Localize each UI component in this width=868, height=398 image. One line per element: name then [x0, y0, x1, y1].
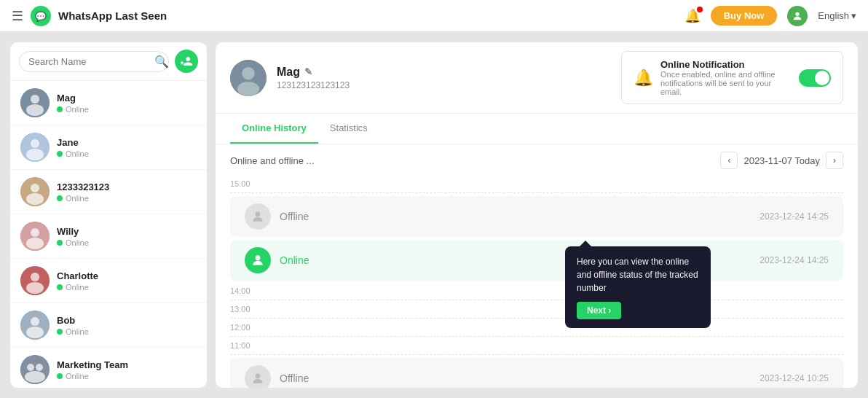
status-entry-offline-1: Offline 2023-12-24 14:25	[230, 196, 843, 237]
time-label-1200: 12:00	[223, 320, 851, 335]
contact-status-willy: Online	[57, 238, 197, 247]
time-label-1500: 15:00	[223, 176, 851, 191]
panel-user-name: Mag ✎	[277, 66, 611, 79]
contact-avatar-num	[20, 177, 50, 206]
contact-item-num[interactable]: 1233323123 Online	[10, 170, 207, 214]
svg-point-17	[26, 282, 44, 294]
contact-status-jane: Online	[57, 149, 197, 158]
notification-text: Online Notification Once enabled, online…	[660, 59, 792, 96]
svg-point-20	[26, 327, 44, 338]
tabs: Online History Statistics	[216, 114, 858, 144]
contact-avatar-mag	[20, 88, 50, 117]
status-dot-marketing	[57, 373, 63, 379]
user-avatar[interactable]	[787, 6, 808, 26]
tooltip-overlay: Here you can view the online and offline…	[565, 246, 711, 328]
status-time-offline-2: 2023-12-24 10:25	[760, 373, 829, 383]
status-dot-mag	[57, 106, 63, 112]
contact-status-num: Online	[57, 194, 197, 203]
bell-badge	[697, 7, 703, 12]
sidebar-search-bar: 🔍	[10, 42, 207, 81]
svg-point-4	[31, 95, 39, 104]
svg-point-14	[26, 238, 44, 249]
contact-name-charlotte: Charlotte	[57, 270, 197, 281]
contact-item-bob[interactable]: Bob Online	[10, 303, 207, 348]
status-dot-willy	[57, 240, 63, 246]
offline-icon-1	[245, 203, 271, 230]
contact-name-num: 1233323123	[57, 182, 197, 192]
contact-list: Mag Online Jane Online	[10, 81, 207, 388]
tooltip-box: Here you can view the online and offline…	[565, 246, 711, 328]
svg-text:💬: 💬	[35, 10, 47, 22]
contact-item-mag[interactable]: Mag Online	[10, 81, 207, 125]
time-label-1100: 11:00	[223, 338, 851, 353]
status-dot-num	[57, 195, 63, 201]
svg-point-19	[31, 317, 39, 326]
contact-item-willy[interactable]: Willy Online	[10, 214, 207, 259]
timeline: 15:00 Offline 2023-12-24 14:25 Online	[216, 176, 858, 388]
timeline-divider-4	[230, 336, 843, 337]
svg-point-30	[237, 82, 259, 96]
svg-point-11	[26, 193, 44, 205]
svg-point-24	[25, 371, 45, 383]
contact-avatar-charlotte	[20, 266, 50, 295]
svg-point-29	[242, 67, 255, 80]
history-section-title: Online and offline ...	[230, 155, 314, 166]
tab-statistics[interactable]: Statistics	[318, 114, 379, 144]
notification-box: 🔔 Online Notification Once enabled, onli…	[621, 51, 843, 104]
tab-online-history[interactable]: Online History	[230, 114, 318, 144]
topnav: ☰ 💬 WhatsApp Last Seen 🔔 Buy Now English…	[0, 0, 868, 32]
status-dot-charlotte	[57, 284, 63, 290]
svg-point-13	[31, 228, 39, 237]
status-label-offline-1: Offline	[280, 211, 751, 222]
panel-user-info: Mag ✎ 123123123123123	[277, 66, 611, 90]
contact-name-mag: Mag	[57, 93, 197, 104]
contact-status-bob: Online	[57, 327, 197, 336]
contact-info-mag: Mag Online	[57, 93, 197, 114]
search-icon[interactable]: 🔍	[154, 55, 169, 69]
contact-name-jane: Jane	[57, 137, 197, 148]
status-label-offline-2: Offline	[280, 372, 751, 384]
svg-point-16	[31, 273, 39, 281]
status-dot-jane	[57, 151, 63, 157]
notification-bell[interactable]: 🔔	[684, 8, 701, 24]
svg-point-22	[27, 364, 34, 371]
timeline-divider-5	[230, 354, 843, 355]
time-label-1300: 13:00	[223, 302, 851, 316]
buy-now-button[interactable]: Buy Now	[711, 6, 778, 26]
edit-icon[interactable]: ✎	[304, 66, 312, 77]
tooltip-text: Here you can view the online and offline…	[577, 255, 699, 294]
svg-point-31	[256, 211, 261, 216]
notification-toggle[interactable]	[799, 69, 831, 87]
contact-info-willy: Willy Online	[57, 226, 197, 247]
contact-name-willy: Willy	[57, 226, 197, 237]
menu-icon[interactable]: ☰	[12, 8, 23, 24]
search-input[interactable]	[19, 51, 169, 72]
contact-item-charlotte[interactable]: Charlotte Online	[10, 259, 207, 303]
history-header: Online and offline ... ‹ 2023-11-07 Toda…	[216, 144, 858, 176]
add-person-icon	[180, 55, 193, 68]
contact-status-marketing: Online	[57, 372, 197, 381]
contact-avatar-willy	[20, 222, 50, 251]
timeline-divider	[230, 192, 843, 193]
whatsapp-logo: 💬	[31, 6, 51, 26]
add-contact-button[interactable]	[175, 50, 198, 73]
app-title: WhatsApp Last Seen	[58, 9, 167, 22]
tooltip-next-button[interactable]: Next ›	[577, 302, 621, 319]
contact-item-jane[interactable]: Jane Online	[10, 125, 207, 170]
contact-name-marketing: Marketing Team	[57, 359, 197, 370]
timeline-divider-2	[230, 300, 843, 300]
next-date-button[interactable]: ›	[826, 152, 843, 169]
contact-avatar-marketing	[20, 355, 50, 384]
sidebar: 🔍 Mag Online	[10, 42, 207, 388]
main-layout: 🔍 Mag Online	[0, 32, 868, 398]
contact-info-jane: Jane Online	[57, 137, 197, 158]
panel-header: Mag ✎ 123123123123123 🔔 Online Notificat…	[216, 42, 858, 114]
language-selector[interactable]: English ▾	[818, 10, 856, 21]
contact-item-marketing[interactable]: Marketing Team Online	[10, 348, 207, 388]
status-entry-offline-2: Offline 2023-12-24 10:25	[230, 358, 843, 388]
prev-date-button[interactable]: ‹	[720, 152, 738, 169]
contact-avatar-bob	[20, 311, 50, 340]
notification-description: Once enabled, online and offline notific…	[660, 70, 792, 96]
contact-status-charlotte: Online	[57, 283, 197, 292]
status-time-offline-1: 2023-12-24 14:25	[760, 211, 829, 222]
